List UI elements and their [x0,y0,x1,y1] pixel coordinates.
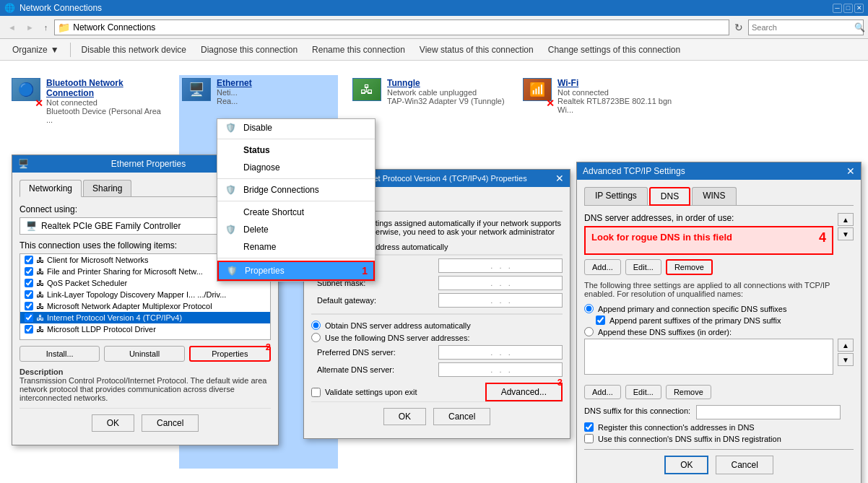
advanced-button[interactable]: Advanced... 3 [485,383,563,401]
tab-networking[interactable]: Networking [19,180,82,197]
uninstall-button[interactable]: Uninstall [104,346,184,362]
context-menu-disable[interactable]: 🛡️ Disable [217,119,375,136]
tab-ip-settings[interactable]: IP Settings [584,187,648,205]
list-item-ipv4[interactable]: 🖧 Internet Protocol Version 4 (TCP/IPv4) [20,312,270,323]
item-printer-checkbox[interactable] [25,267,33,276]
dns-suffix-input[interactable] [696,405,841,419]
close-button[interactable]: ✕ [854,4,864,13]
gateway-input[interactable] [438,293,563,308]
context-menu-rename[interactable]: Rename [217,238,375,256]
list-item-topology[interactable]: 🖧 Link-Layer Topology Discovery Mapper I… [20,289,270,300]
context-menu-delete[interactable]: 🛡️ Delete [217,221,375,238]
ethernet-icon: 🖥️ [188,82,204,97]
auto-dns-radio[interactable] [311,321,321,330]
dns-suffix-row: DNS suffix for this connection: [584,405,854,419]
dns-server-list[interactable]: Look for rogue DNS in this field 4 [584,226,833,255]
eth-props-ok-button[interactable]: OK [92,414,134,432]
organize-button[interactable]: Organize ▼ [6,42,66,58]
disable-device-button[interactable]: Disable this network device [75,42,193,58]
search-box[interactable]: 🔍 [748,19,864,35]
title-bar-icon: 🌐 [4,3,15,13]
advanced-close-button[interactable]: ✕ [846,165,855,177]
item-client-icon: 🖧 [36,256,44,264]
context-menu-shortcut[interactable]: Create Shortcut [217,204,375,221]
dns-add-button[interactable]: Add... [584,259,621,275]
properties-button[interactable]: Properties 2 [189,346,271,362]
change-settings-button[interactable]: Change settings of this connection [542,42,687,58]
suffix-up-button[interactable]: ▲ [838,339,854,352]
ipv4-bottom-row: Validate settings upon exit Advanced... … [311,383,563,401]
item-client-checkbox[interactable] [25,256,33,264]
context-separator-1 [217,139,375,139]
tab-wins[interactable]: WINS [692,187,736,205]
context-menu-status[interactable]: Status [217,142,375,159]
dns-updown-buttons: ▲ ▼ [838,213,854,240]
use-suffix-checkbox[interactable] [584,434,594,443]
dns-remove-button[interactable]: Remove [666,259,713,275]
item-multiplexor-checkbox[interactable] [25,302,33,310]
tab-dns[interactable]: DNS [649,187,690,206]
up-button[interactable]: ↑ [40,21,52,34]
rename-connection-button[interactable]: Rename this connection [305,42,412,58]
suffix-remove-button[interactable]: Remove [666,385,711,399]
bluetooth-icon-wrap: 🔵 ✕ [12,78,40,107]
ipv4-ok-button[interactable]: OK [383,408,426,425]
list-item-multiplexor[interactable]: 🖧 Microsoft Network Adapter Multiplexor … [20,300,270,312]
bluetooth-device: Bluetooth Device (Personal Area ... [46,107,165,124]
list-item-lldp[interactable]: 🖧 Microsoft LLDP Protocol Driver [20,323,270,335]
append-primary-radio[interactable] [584,304,594,313]
diagnose-connection-button[interactable]: Diagnose this connection [194,42,304,58]
advanced-label: Advanced... [501,387,547,397]
search-input[interactable] [752,23,851,32]
ipv4-close-button[interactable]: ✕ [555,173,564,184]
register-checkbox[interactable] [584,422,594,432]
advanced-badge: 3 [557,377,563,388]
dns-order-label: DNS server addresses, in order of use: [584,213,833,223]
item-lldp-label: Microsoft LLDP Protocol Driver [47,325,156,334]
suffix-list-box[interactable] [584,339,833,375]
dns-edit-button[interactable]: Edit... [625,259,661,275]
item-qos-checkbox[interactable] [25,279,33,287]
advanced-cancel-button[interactable]: Cancel [716,456,773,474]
tab-sharing[interactable]: Sharing [83,180,131,196]
context-menu-properties[interactable]: 🛡️ Properties 1 [217,261,375,281]
bluetooth-error-badge: ✕ [35,98,43,108]
context-menu-bridge[interactable]: 🛡️ Bridge Connections [217,181,375,199]
register-row: Register this connection's addresses in … [584,422,854,432]
validate-checkbox[interactable] [311,388,321,397]
suffix-edit-button[interactable]: Edit... [625,385,661,399]
forward-button[interactable]: ► [22,21,38,34]
ip-address-input[interactable] [438,258,563,273]
item-topology-checkbox[interactable] [25,290,33,299]
view-status-button[interactable]: View status of this connection [413,42,540,58]
dns-up-button[interactable]: ▲ [838,213,854,226]
bluetooth-icon: 🔵 [18,82,34,97]
item-lldp-checkbox[interactable] [25,325,33,334]
dns-down-button[interactable]: ▼ [838,227,854,240]
suffix-add-button[interactable]: Add... [584,385,621,399]
back-button[interactable]: ◄ [4,21,19,34]
item-ipv4-checkbox[interactable] [25,313,33,322]
change-settings-label: Change settings of this connection [548,45,680,55]
append-parent-checkbox[interactable] [596,316,605,325]
gateway-label: Default gateway: [317,296,433,305]
adapter-name: Realtek PCIe GBE Family Controller [41,221,181,231]
static-dns-radio[interactable] [311,333,321,342]
context-menu-diagnose[interactable]: Diagnose [217,159,375,176]
suffix-down-button[interactable]: ▼ [838,353,854,366]
advanced-ok-button[interactable]: OK [664,456,708,474]
advanced-dialog-bottom: OK Cancel [584,449,854,480]
minimize-button[interactable]: ─ [833,4,842,13]
alternate-dns-input[interactable] [438,362,563,377]
address-box[interactable]: 📁 Network Connections [54,19,729,35]
eth-props-cancel-button[interactable]: Cancel [142,414,199,432]
tunngle-status: Network cable unplugged [387,88,505,97]
append-these-radio[interactable] [584,327,594,336]
maximize-button[interactable]: □ [843,4,853,13]
subnet-input[interactable] [438,276,563,290]
install-button[interactable]: Install... [19,346,100,362]
preferred-dns-input[interactable] [438,345,563,360]
ipv4-cancel-button[interactable]: Cancel [433,408,490,425]
refresh-button[interactable]: ↻ [732,19,745,35]
properties-btn-label: Properties [212,349,248,358]
